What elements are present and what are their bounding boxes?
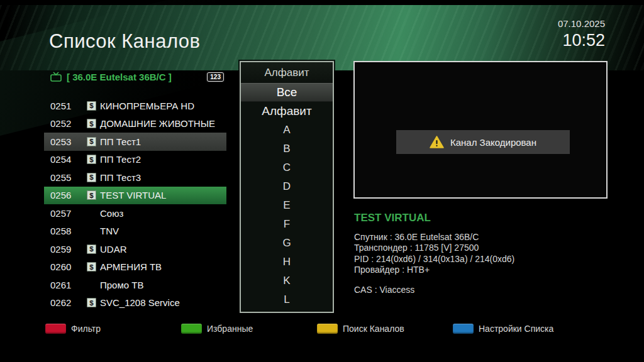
channel-row[interactable]: 0254$ПП Тест2 <box>44 151 226 169</box>
channel-info: TEST VIRTUAL Спутник : 36.0E Eutelsat 36… <box>354 212 608 295</box>
channel-number: 0251 <box>50 101 87 111</box>
satellite-bar: [ 36.0E Eutelsat 36B/C ] 123 <box>50 70 224 83</box>
settings-color-chip <box>453 324 474 334</box>
info-line: Транспондер : 11785 [V] 27500 <box>354 243 608 253</box>
page-title: Список Каналов <box>49 30 201 53</box>
scrambled-icon: $ <box>87 298 100 307</box>
encrypted-message: Канал Закодирован <box>450 137 536 148</box>
legend-item-settings[interactable]: Настройки Списка <box>453 323 553 334</box>
channel-row[interactable]: 0252$ДОМАШНИЕ ЖИВОТНЫЕ <box>44 115 226 133</box>
channel-number: 0256 <box>50 190 87 200</box>
alphabet-item[interactable]: M <box>241 309 333 313</box>
channel-row[interactable]: 0261Промо ТВ <box>44 276 226 294</box>
channel-name: КИНОПРЕМЬЕРА HD <box>100 101 194 111</box>
channel-name: SVC_1208 Service <box>100 297 180 308</box>
info-line: Спутник : 36.0E Eutelsat 36B/C <box>354 232 608 243</box>
info-line: PID : 214(0xd6) / 314(0x13a) / 214(0xd6) <box>354 254 608 265</box>
cas-line: CAS : Viaccess <box>354 285 608 295</box>
channel-number: 0258 <box>50 226 87 236</box>
channel-row[interactable]: 0260$АРМЕНИЯ ТВ <box>44 258 226 277</box>
alphabet-item[interactable]: C <box>241 158 333 177</box>
channel-list: 0251$КИНОПРЕМЬЕРА HD0252$ДОМАШНИЕ ЖИВОТН… <box>44 97 226 312</box>
scrambled-icon: $ <box>87 190 100 200</box>
channel-row[interactable]: 0259$UDAR <box>44 240 226 258</box>
filter-color-chip <box>45 324 66 334</box>
encrypted-message-bar: Канал Закодирован <box>396 130 570 154</box>
preview-window: Канал Закодирован <box>353 61 608 199</box>
channel-name: Промо ТВ <box>100 280 143 290</box>
channel-number: 0257 <box>50 208 87 219</box>
alphabet-panel-header: Алфавит <box>241 62 333 83</box>
satellite-label: [ 36.0E Eutelsat 36B/C ] <box>67 72 172 82</box>
channel-number: 0253 <box>50 136 87 147</box>
alphabet-item[interactable]: Все <box>241 83 333 102</box>
dollar-icon: $ <box>87 101 96 111</box>
legend-item-search[interactable]: Поиск Каналов <box>317 323 404 334</box>
channel-info-lines: Спутник : 36.0E Eutelsat 36B/CТранспонде… <box>354 232 608 275</box>
alphabet-item[interactable]: Алфавит <box>241 102 333 121</box>
channel-name: UDAR <box>100 244 127 255</box>
tv-icon <box>50 72 62 82</box>
search-color-chip <box>317 324 338 334</box>
channel-name: ПП Тест2 <box>100 154 141 165</box>
scrambled-icon: $ <box>87 119 100 128</box>
channel-number: 0262 <box>50 297 87 308</box>
alphabet-item[interactable]: G <box>241 234 333 253</box>
legend-item-favorites[interactable]: Избранные <box>181 323 253 334</box>
alphabet-panel: Алфавит ВсеАлфавитABCDEFGHKLM <box>240 61 334 313</box>
dollar-icon: $ <box>87 119 96 128</box>
channel-row[interactable]: 0258TNV <box>44 222 226 241</box>
clock: 07.10.2025 10:52 <box>558 19 605 49</box>
channel-name: АРМЕНИЯ ТВ <box>100 261 162 272</box>
scrambled-icon: $ <box>87 173 100 182</box>
dollar-icon: $ <box>87 155 96 164</box>
scrambled-icon: $ <box>87 244 100 254</box>
legend-label: Поиск Каналов <box>343 324 404 334</box>
alphabet-item[interactable]: F <box>241 215 333 234</box>
alphabet-item[interactable]: D <box>241 177 333 196</box>
scrambled-icon: $ <box>87 137 100 146</box>
alphabet-item[interactable]: K <box>241 272 333 290</box>
channel-name: ДОМАШНИЕ ЖИВОТНЫЕ <box>100 118 215 129</box>
channel-number: 0259 <box>50 244 87 255</box>
dollar-icon: $ <box>87 244 96 254</box>
channel-info-title: TEST VIRTUAL <box>354 212 608 224</box>
alphabet-item[interactable]: A <box>241 121 333 140</box>
channel-row[interactable]: 0262$SVC_1208 Service <box>44 294 226 312</box>
channel-number: 0261 <box>50 280 87 290</box>
alphabet-item[interactable]: B <box>241 140 333 158</box>
scrambled-icon: $ <box>87 101 100 111</box>
alphabet-item[interactable]: L <box>241 290 333 309</box>
alphabet-items: ВсеАлфавитABCDEFGHKLM <box>241 83 333 313</box>
channel-name: TNV <box>100 226 119 236</box>
channel-name: TEST VIRTUAL <box>100 190 166 200</box>
warning-icon <box>430 136 444 148</box>
channel-row[interactable]: 0257Союз <box>44 204 226 222</box>
channel-name: ПП Тест3 <box>100 172 141 183</box>
channel-name: Союз <box>100 208 123 219</box>
channel-number: 0255 <box>50 172 87 183</box>
channel-list-screen: Список Каналов 07.10.2025 10:52 [ 36.0E … <box>0 0 644 362</box>
channel-number: 0260 <box>50 261 87 272</box>
dollar-icon: $ <box>87 262 96 272</box>
legend-label: Избранные <box>207 324 253 334</box>
channel-row[interactable]: 0256$TEST VIRTUAL <box>44 187 226 205</box>
legend-label: Настройки Списка <box>479 324 553 334</box>
numeric-keypad-badge: 123 <box>207 72 224 82</box>
channel-row[interactable]: 0253$ПП Тест1 <box>44 133 226 151</box>
legend-label: Фильтр <box>71 324 101 334</box>
channel-row[interactable]: 0251$КИНОПРЕМЬЕРА HD <box>44 97 226 115</box>
dollar-icon: $ <box>87 137 96 146</box>
channel-row[interactable]: 0255$ПП Тест3 <box>44 168 226 187</box>
dollar-icon: $ <box>87 298 96 307</box>
channel-number: 0254 <box>50 154 87 165</box>
dollar-icon: $ <box>87 190 96 200</box>
channel-number: 0252 <box>50 118 87 129</box>
scrambled-icon: $ <box>87 155 100 164</box>
scrambled-icon: $ <box>87 262 100 272</box>
alphabet-item[interactable]: H <box>241 253 333 272</box>
info-line: Провайдер : НТВ+ <box>354 265 608 275</box>
alphabet-item[interactable]: E <box>241 196 333 215</box>
legend-item-filter[interactable]: Фильтр <box>45 323 101 334</box>
time-label: 10:52 <box>558 32 605 49</box>
